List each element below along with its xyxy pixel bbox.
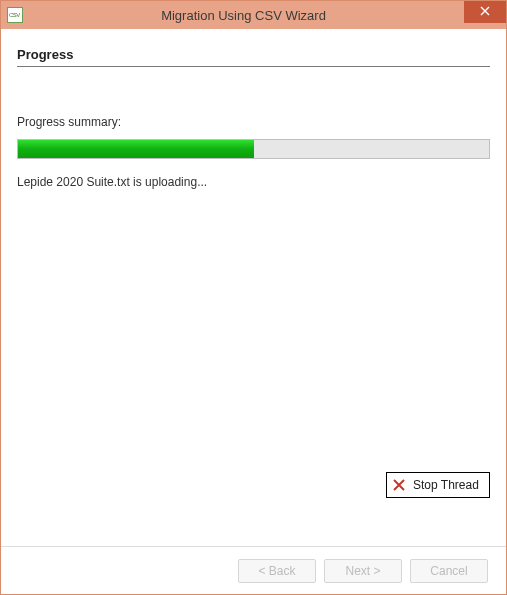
section-divider [17,66,490,67]
wizard-window: Migration Using CSV Wizard Progress Prog… [0,0,507,595]
progress-summary-label: Progress summary: [17,115,490,129]
progress-fill [18,140,254,158]
stop-thread-row: Stop Thread [386,472,490,498]
back-button[interactable]: < Back [238,559,316,583]
wizard-footer: < Back Next > Cancel [1,546,506,594]
stop-thread-button[interactable]: Stop Thread [386,472,490,498]
stop-thread-label: Stop Thread [413,478,479,492]
titlebar: Migration Using CSV Wizard [1,1,506,29]
app-icon [7,7,23,23]
progress-bar [17,139,490,159]
cancel-button[interactable]: Cancel [410,559,488,583]
content-area: Progress Progress summary: Lepide 2020 S… [1,29,506,546]
progress-status-text: Lepide 2020 Suite.txt is uploading... [17,175,490,189]
close-icon [480,5,490,19]
window-title: Migration Using CSV Wizard [23,8,464,23]
close-button[interactable] [464,1,506,23]
stop-icon [393,479,405,491]
next-button[interactable]: Next > [324,559,402,583]
section-heading: Progress [17,47,490,66]
